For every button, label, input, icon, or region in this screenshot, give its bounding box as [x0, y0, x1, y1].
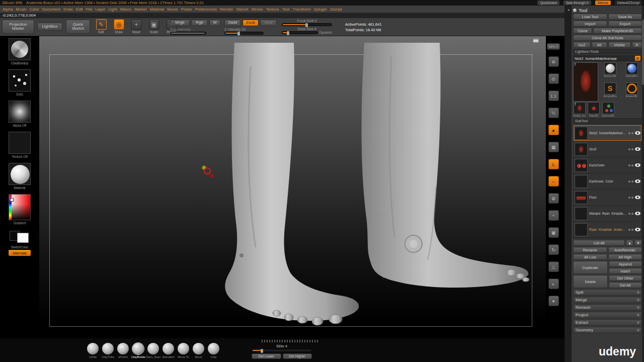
- rgb-button[interactable]: Rgb: [191, 20, 208, 26]
- menu-item-preferences[interactable]: Preferences: [194, 7, 218, 12]
- zoom-icon[interactable]: ◎: [548, 73, 559, 84]
- goz-all-button[interactable]: All: [592, 42, 607, 48]
- section-merge[interactable]: Merge: [573, 297, 642, 303]
- menu-item-edit[interactable]: Edit: [74, 7, 85, 12]
- visibility-eye-icon[interactable]: [635, 212, 640, 215]
- zadd-button[interactable]: Zadd: [224, 20, 241, 26]
- insert-button[interactable]: Insert: [609, 268, 642, 274]
- load-tool-button[interactable]: Load Tool: [573, 14, 607, 20]
- aahalf-icon[interactable]: ½: [548, 108, 559, 118]
- menu-item-draw[interactable]: Draw: [62, 7, 74, 12]
- current-texture-well[interactable]: Texture Off: [6, 132, 33, 158]
- list-all-button[interactable]: List All: [573, 240, 625, 246]
- current-stroke-well[interactable]: Dots: [6, 69, 33, 96]
- subtool-up-button[interactable]: ▲: [626, 240, 633, 246]
- local-icon[interactable]: L: [548, 159, 559, 169]
- delete-button[interactable]: Delete: [573, 275, 608, 288]
- solo-icon[interactable]: ●: [548, 296, 559, 306]
- lightbox-button[interactable]: LightBox: [37, 23, 62, 31]
- quick-pick-simple[interactable]: SimpleBru: [600, 82, 620, 102]
- move-view-icon[interactable]: +: [548, 210, 559, 221]
- brush-item[interactable]: Clay: [207, 343, 220, 358]
- menu-item-light[interactable]: Light: [107, 7, 118, 12]
- menu-item-transform[interactable]: Transform: [291, 7, 312, 12]
- menu-item-macro[interactable]: Macro: [119, 7, 133, 12]
- section-geometry[interactable]: Geometry: [573, 327, 642, 333]
- frame-icon[interactable]: ⊞: [548, 193, 559, 204]
- section-project[interactable]: Project: [573, 312, 642, 318]
- menu-item-stencil[interactable]: Stencil: [234, 7, 250, 12]
- clone-button[interactable]: Clone: [573, 28, 592, 34]
- stroke-thumbnail[interactable]: [9, 69, 31, 92]
- brush-item[interactable]: Standard: [162, 343, 175, 358]
- z-intensity-slider[interactable]: [224, 32, 264, 35]
- menu-item-marker[interactable]: Marker: [133, 7, 148, 12]
- del-higher-button[interactable]: Del Higher: [283, 353, 312, 359]
- current-tool-r-button[interactable]: R: [635, 56, 640, 61]
- canvas-zoom-scrubber[interactable]: [262, 340, 318, 342]
- goz-visible-button[interactable]: Visible: [608, 42, 631, 48]
- subtool-item[interactable]: Ryan_Kingslian_Anatomy_Model: [574, 222, 641, 238]
- draw-mode-button[interactable]: ◎ Draw: [112, 19, 125, 34]
- spix-button[interactable]: SPix 3: [547, 43, 560, 50]
- subtool-down-button[interactable]: ▼: [634, 240, 642, 246]
- edit-mode-button[interactable]: ✎ Edit: [95, 19, 108, 34]
- current-alpha-well[interactable]: Alpha Off: [6, 101, 33, 127]
- move-mode-button[interactable]: + Move: [130, 19, 143, 34]
- menu-item-texture[interactable]: Texture: [264, 7, 280, 12]
- visibility-eye-icon[interactable]: [635, 228, 640, 231]
- switch-color-label[interactable]: SwitchColor: [6, 245, 33, 249]
- export-button[interactable]: Export: [608, 21, 642, 27]
- default-zscript-button[interactable]: DefaultZScript: [615, 1, 642, 5]
- color-picker[interactable]: [9, 194, 31, 220]
- subtool-section-header[interactable]: SubTool: [573, 118, 642, 124]
- visibility-eye-icon[interactable]: [635, 196, 640, 199]
- subtool-item[interactable]: Floor: [574, 190, 641, 206]
- menus-button[interactable]: Menus: [595, 1, 611, 5]
- scale-mode-button[interactable]: ▣ Scale: [147, 19, 160, 34]
- focal-shift-slider[interactable]: [282, 23, 332, 26]
- brush-item-active[interactable]: ClayBuildup: [132, 343, 144, 358]
- section-extract[interactable]: Extract: [573, 319, 642, 326]
- del-other-button[interactable]: Del Other: [609, 275, 642, 281]
- clone-all-subtools-button[interactable]: Clone All SubTools: [573, 35, 642, 41]
- scroll-icon[interactable]: ⊕: [548, 56, 559, 67]
- current-brush-well[interactable]: ClayBuildup: [6, 38, 33, 65]
- brush-item[interactable]: Dam_Stand: [147, 343, 159, 358]
- current-tool-thumbnail[interactable]: 7: [573, 62, 598, 102]
- quicksketch-button[interactable]: Quick Sketch: [66, 20, 90, 34]
- tool-palette-header[interactable]: Tool: [573, 7, 642, 14]
- current-material-well[interactable]: Material: [6, 163, 33, 190]
- menu-item-brush[interactable]: Brush: [14, 7, 28, 12]
- quick-pick-star[interactable]: Star3D: [588, 102, 600, 117]
- brush-item[interactable]: Move To: [177, 343, 190, 358]
- brush-item[interactable]: sPolish: [117, 343, 129, 358]
- menu-item-document[interactable]: Document: [41, 7, 62, 12]
- brush-item[interactable]: ClayTubs: [102, 343, 114, 358]
- m-button[interactable]: M: [209, 20, 220, 26]
- floor-icon[interactable]: ▦: [548, 142, 559, 152]
- menu-item-render[interactable]: Render: [218, 7, 234, 12]
- subtool-item[interactable]: EyesOuter: [574, 157, 641, 173]
- menu-item-file[interactable]: File: [84, 7, 94, 12]
- current-tool-bar[interactable]: Nick2_humanMaleAverage R: [573, 55, 642, 61]
- visibility-eye-icon[interactable]: [635, 163, 640, 167]
- quick-pick-sphere[interactable]: SphereBr: [600, 62, 620, 82]
- quick-pick-eraser[interactable]: EraserBr: [621, 82, 642, 102]
- brush-thumbnail[interactable]: [9, 38, 31, 60]
- panel-collapse-handle[interactable]: ◂: [565, 6, 572, 362]
- alternate-button[interactable]: Alternate: [9, 250, 31, 256]
- quick-pick-gizmo[interactable]: Gizmo3D: [602, 102, 614, 117]
- gradient-label[interactable]: Gradient: [6, 221, 33, 225]
- autoreorder-button[interactable]: AutoReorder: [608, 247, 642, 253]
- texture-thumbnail[interactable]: [9, 132, 31, 154]
- menu-item-stroke[interactable]: Stroke: [250, 7, 264, 12]
- menu-item-zscript[interactable]: Zscript: [329, 7, 344, 12]
- canvas-corner-icon[interactable]: [533, 38, 539, 43]
- menu-item-alpha[interactable]: Alpha: [1, 7, 14, 12]
- subtool-item[interactable]: Nick2_humanMaleAverage: [574, 125, 641, 141]
- visibility-eye-icon[interactable]: [635, 179, 640, 183]
- see-through-slider[interactable]: See-through 0: [564, 1, 591, 5]
- brush-item[interactable]: Move: [192, 343, 205, 358]
- projection-master-button[interactable]: Projection Master: [2, 20, 34, 34]
